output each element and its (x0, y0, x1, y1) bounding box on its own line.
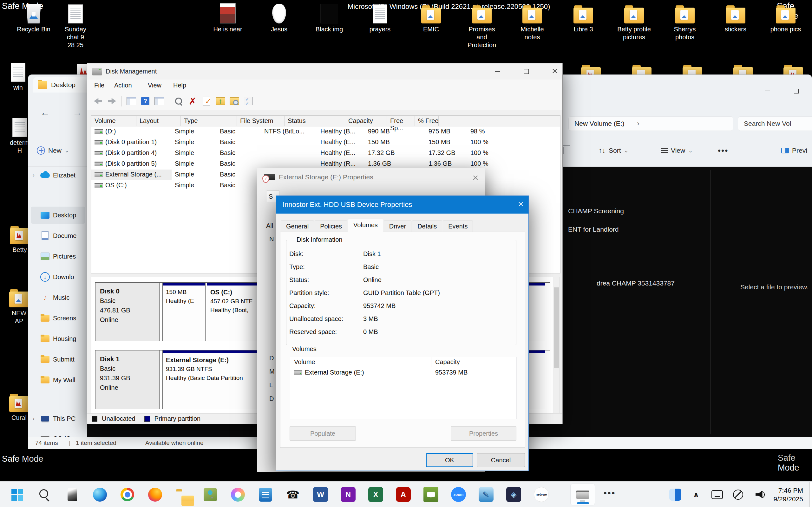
desktop-icon-recycle-bin[interactable]: Recycle Bin (16, 1, 51, 33)
rescan-icon[interactable] (174, 96, 183, 106)
desktop-icon-sunday-chat[interactable]: Sunday chat 9 28 25 (58, 1, 93, 49)
onenote-icon[interactable]: N (341, 487, 356, 502)
expander-chevron-icon[interactable]: › (33, 172, 37, 178)
menu-action[interactable]: Action (114, 82, 132, 89)
sort-button[interactable]: ↑↓ Sort ⌄ (599, 143, 628, 158)
column-header-capacity[interactable]: Capacity (432, 357, 516, 367)
sidebar-item[interactable]: Downlo (31, 268, 85, 285)
close-button[interactable] (518, 201, 524, 207)
desktop-icon-emic[interactable]: EMIC (414, 1, 449, 33)
breadcrumb[interactable]: New Volume (E:) › (568, 116, 733, 131)
forward-icon[interactable] (107, 96, 117, 106)
menu-view[interactable]: View (148, 82, 161, 89)
column-header[interactable]: Layout (136, 116, 181, 126)
open-folder-icon[interactable] (216, 96, 225, 106)
file-name[interactable]: CHAMP Screening (568, 207, 624, 215)
expander-chevron-icon[interactable]: › (33, 415, 37, 422)
close-button[interactable] (552, 68, 558, 74)
ok-button[interactable]: OK (426, 453, 473, 467)
tab[interactable]: Driver (384, 221, 411, 232)
pushpin-app-icon[interactable] (203, 487, 217, 502)
delete-button[interactable] (563, 143, 569, 158)
search-input[interactable]: Search New Vol (738, 116, 812, 131)
forward-icon[interactable]: → (72, 107, 82, 118)
sidebar-item[interactable]: Music (31, 289, 85, 306)
sidebar-item[interactable]: Submitt (31, 351, 85, 368)
column-header[interactable]: Free Sp... (387, 116, 415, 126)
sidebar-item[interactable]: Screens (31, 309, 85, 327)
properties-button[interactable]: Properties (451, 426, 516, 441)
preview-toggle-button[interactable]: Previ (781, 143, 807, 158)
file-name[interactable]: drea CHAMP 3531433787 (597, 279, 675, 287)
help-icon[interactable] (141, 96, 150, 106)
desktop-icon-phone-pics[interactable]: phone pics (768, 1, 803, 33)
desktop-icon-michelle-notes[interactable]: Michelle notes (515, 1, 550, 41)
desktop-icon-promises[interactable]: Promises and Protection (464, 1, 499, 49)
touch-keyboard-icon[interactable] (711, 488, 723, 501)
scrollbar[interactable] (553, 277, 560, 414)
more-options-button[interactable]: ••• (718, 143, 728, 158)
sidebar-item[interactable]: Docume (31, 227, 85, 244)
column-header[interactable]: Capacity (345, 116, 387, 126)
new-button[interactable]: New ⌄ (37, 143, 69, 158)
hidden-icons-chevron-icon[interactable]: ∧ (690, 488, 703, 501)
back-icon[interactable] (93, 96, 103, 106)
volume-row[interactable]: (D:) Simple Basic NTFS (BitLo... Healthy… (91, 126, 560, 137)
zoom-icon[interactable]: zoom (451, 487, 466, 502)
mark-active-icon[interactable] (202, 96, 211, 106)
firefox-icon[interactable] (148, 487, 162, 502)
disk-1-header[interactable]: Disk 1 Basic 931.39 GB Online (96, 350, 159, 409)
network-no-internet-icon[interactable] (732, 488, 745, 501)
delete-volume-icon[interactable] (188, 96, 197, 106)
photos-app-icon[interactable]: ◈ (506, 487, 521, 502)
column-header[interactable]: Status (285, 116, 345, 126)
excel-icon[interactable]: X (368, 487, 383, 502)
volume-row[interactable]: External Storage (E:) 953739 MB (290, 367, 516, 378)
copilot-icon[interactable] (230, 487, 245, 502)
partition-block[interactable]: 150 MB Healthy (E (162, 283, 206, 341)
volume-row[interactable]: (Disk 0 partition 4) Simple Basic Health… (91, 148, 560, 159)
desktop-icon-prayers[interactable]: prayers (362, 1, 397, 33)
menu-file[interactable]: File (94, 82, 104, 89)
back-icon[interactable]: ← (40, 107, 50, 118)
column-header[interactable]: Volume (91, 116, 136, 126)
tab[interactable]: Details (412, 221, 442, 232)
scrollbar-thumb[interactable] (554, 287, 559, 368)
tab[interactable]: General (281, 221, 314, 232)
show-console-tree-icon[interactable] (126, 96, 136, 106)
show-action-pane-icon[interactable] (154, 96, 164, 106)
widgets-icon[interactable] (669, 488, 681, 501)
column-header[interactable]: % Free (415, 116, 439, 126)
taskbar-clock[interactable]: 7:46 PM 9/29/2025 (774, 486, 803, 503)
pen-app-icon[interactable]: ✎ (478, 487, 494, 502)
column-header-volume[interactable]: Volume (290, 357, 432, 367)
view-button[interactable]: View ⌄ (661, 143, 693, 158)
sidebar-item[interactable]: Desktop (31, 207, 85, 224)
netvue-icon[interactable]: netvue (534, 487, 549, 502)
desktop-icon-black-img[interactable]: Black img (312, 1, 347, 33)
word-icon[interactable]: W (313, 487, 328, 502)
populate-button[interactable]: Populate (290, 426, 356, 441)
bible-app-icon[interactable] (423, 487, 438, 502)
start-button[interactable] (9, 487, 24, 502)
close-button[interactable] (472, 175, 478, 181)
desktop-icon-sherrys-photos[interactable]: Sherrys photos (667, 1, 702, 41)
sidebar-item[interactable]: › This PC (31, 410, 85, 427)
volume-row[interactable]: (Disk 0 partition 1) Simple Basic Health… (91, 137, 560, 148)
desktop-icon-stickers[interactable]: stickers (718, 1, 753, 33)
properties-icon[interactable] (244, 96, 253, 106)
desktop-icon-betty-profile[interactable]: Betty profile pictures (617, 1, 652, 41)
sidebar-item[interactable]: Pictures (31, 248, 85, 265)
volume-icon[interactable] (753, 488, 765, 501)
tab[interactable]: Events (443, 221, 473, 232)
tab[interactable]: Volumes (348, 219, 383, 232)
edge-icon[interactable] (92, 487, 107, 502)
desktop-icon-libre3[interactable]: Libre 3 (566, 1, 601, 33)
acrobat-icon[interactable]: A (396, 487, 411, 502)
maximize-button[interactable] (523, 68, 529, 74)
column-header[interactable]: File System (237, 116, 285, 126)
show-desktop-button[interactable] (809, 482, 812, 507)
cancel-button[interactable]: Cancel (477, 453, 525, 467)
desktop-icon-he-is-near[interactable]: He is near (210, 1, 245, 33)
search-icon[interactable] (37, 487, 52, 502)
